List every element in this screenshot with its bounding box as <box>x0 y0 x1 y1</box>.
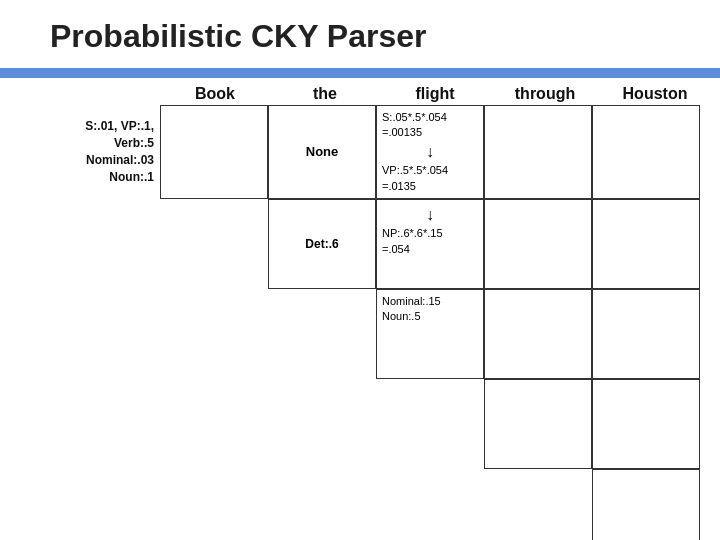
cell-0-2-s: S:.05*.5*.054=.00135 <box>382 111 447 138</box>
cell-3-3 <box>484 379 592 469</box>
cell-2-4 <box>592 289 700 379</box>
row-label-2 <box>45 289 160 379</box>
cell-0-3 <box>484 105 592 199</box>
arrow-0-2: ↓ <box>382 141 478 163</box>
cell-1-2-np: NP:.6*.6*.15=.054 <box>382 227 443 254</box>
grid-row-2: Nominal:.15Noun:.5 <box>45 289 715 379</box>
col-header-the: the <box>270 85 380 103</box>
spacer-3-1 <box>268 379 376 469</box>
col-header-flight: flight <box>380 85 490 103</box>
row-label-0: S:.01, VP:.1,Verb:.5Nominal:.03Noun:.1 <box>45 105 160 199</box>
cell-0-2-vp: VP:.5*.5*.054=.0135 <box>382 164 448 191</box>
spacer-4-0 <box>160 469 268 540</box>
grid-row-3 <box>45 379 715 469</box>
cell-0-1: None <box>268 105 376 199</box>
cell-3-4 <box>592 379 700 469</box>
col-header-book: Book <box>160 85 270 103</box>
grid-row-0: S:.01, VP:.1,Verb:.5Nominal:.03Noun:.1 N… <box>45 105 715 199</box>
cell-0-2: S:.05*.5*.054=.00135 ↓ VP:.5*.5*.054=.01… <box>376 105 484 199</box>
cell-2-2: Nominal:.15Noun:.5 <box>376 289 484 379</box>
blue-bar <box>0 68 720 78</box>
cell-0-4 <box>592 105 700 199</box>
spacer-2-0 <box>160 289 268 379</box>
col-header-houston: Houston <box>600 85 710 103</box>
col-header-through: through <box>490 85 600 103</box>
spacer-4-2 <box>376 469 484 540</box>
cell-2-2-nom: Nominal:.15Noun:.5 <box>382 295 441 322</box>
cell-1-2: ↓ NP:.6*.6*.15=.054 <box>376 199 484 289</box>
spacer-1-0 <box>160 199 268 289</box>
cell-1-4 <box>592 199 700 289</box>
column-header-row: Book the flight through Houston <box>160 85 715 103</box>
spacer-4-3 <box>484 469 592 540</box>
spacer-3-0 <box>160 379 268 469</box>
grid-row-4 <box>45 469 715 540</box>
cky-table: Book the flight through Houston S:.01, V… <box>45 85 715 540</box>
spacer-4-1 <box>268 469 376 540</box>
cell-4-4 <box>592 469 700 540</box>
spacer-3-2 <box>376 379 484 469</box>
page-title: Probabilistic CKY Parser <box>50 18 426 55</box>
cell-1-1: Det:.6 <box>268 199 376 289</box>
cell-0-0 <box>160 105 268 199</box>
row-label-1 <box>45 199 160 289</box>
grid-row-1: Det:.6 ↓ NP:.6*.6*.15=.054 <box>45 199 715 289</box>
spacer-2-1 <box>268 289 376 379</box>
arrow-1-2: ↓ <box>382 204 478 226</box>
cell-2-3 <box>484 289 592 379</box>
row-label-4 <box>45 469 160 540</box>
row-label-3 <box>45 379 160 469</box>
cell-1-3 <box>484 199 592 289</box>
